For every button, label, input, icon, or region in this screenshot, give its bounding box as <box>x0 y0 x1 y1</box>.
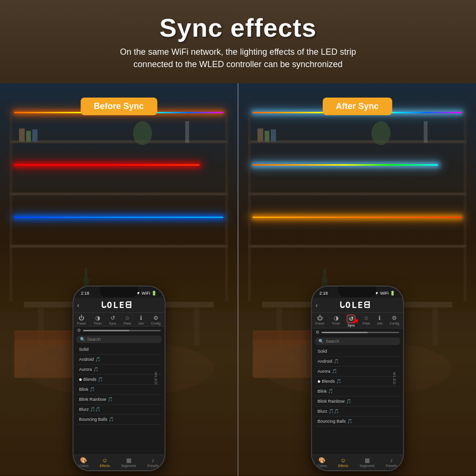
right-effect-blink[interactable]: Blink 🎵 <box>315 387 400 397</box>
right-tab-colors[interactable]: 🎨 Colors <box>317 457 327 467</box>
right-tab-presets[interactable]: ♪ Presets <box>386 457 397 467</box>
svg-rect-9 <box>225 112 228 302</box>
left-phone-screen: 2:18 ▲ ▼ WiFi 🔋 ‹ ᒐOLEᗺ ⏻ Power <box>73 287 164 470</box>
right-presets-icon: ♪ <box>390 457 393 464</box>
right-segments-icon: ▦ <box>365 457 370 464</box>
right-presets-label: Presets <box>386 464 397 467</box>
right-time: 2:18 <box>319 291 328 296</box>
right-effect-solid[interactable]: Solid <box>315 347 400 357</box>
right-nav-peek[interactable]: ☆ Peek <box>363 315 370 327</box>
right-segments-label: Segments <box>359 464 375 467</box>
svg-rect-21 <box>248 140 466 143</box>
left-nav-info[interactable]: ℹ Info <box>139 315 144 325</box>
right-nav-info[interactable]: ℹ Info <box>377 315 383 327</box>
right-back-arrow[interactable]: ‹ <box>316 301 318 309</box>
right-effect-blink-rainbow-name: Blink Rainbow 🎵 <box>317 399 397 404</box>
svg-rect-3 <box>19 129 25 142</box>
left-wled-label: WLED <box>154 372 158 385</box>
left-nav-timer[interactable]: ◑ Timer <box>93 315 102 325</box>
left-nav-power[interactable]: ⏻ Power <box>77 315 87 325</box>
right-panel: After Sync 2:18 ▲ ▼ WiFi 🔋 ‹ ᒐOLEᗺ <box>238 83 476 476</box>
right-power-icon: ⏻ <box>317 315 323 321</box>
left-slider-row: ⚙ <box>73 327 164 334</box>
right-nav-config[interactable]: ⚙ Config <box>389 315 399 327</box>
left-search-bar[interactable]: 🔍 Search <box>76 336 161 343</box>
right-nav-timer[interactable]: ◑ Timer <box>332 315 340 327</box>
left-gear-icon: ⚙ <box>77 328 81 333</box>
left-effect-solid[interactable]: Solid <box>76 345 161 355</box>
right-effects-list: Solid Android 🎵 Aurora 🎵 Blends 🎵 <box>312 347 403 426</box>
right-effect-aurora-name: Aurora 🎵 <box>317 369 397 374</box>
timer-icon: ◑ <box>95 315 100 321</box>
svg-rect-23 <box>248 245 466 248</box>
left-tab-segments[interactable]: ▦ Segments <box>121 457 136 467</box>
left-nav-config[interactable]: ⚙ Config <box>151 315 160 325</box>
right-effect-blink-name: Blink 🎵 <box>317 389 397 394</box>
svg-rect-15 <box>85 268 88 279</box>
left-effect-blurz[interactable]: Blurz 🎵🎵 <box>76 405 161 415</box>
right-phone: 2:18 ▲ ▼ WiFi 🔋 ‹ ᒐOLEᗺ ⏻ Power <box>311 286 404 471</box>
sync-icon: ↺ <box>110 315 115 321</box>
left-tab-presets[interactable]: ♪ Presets <box>147 457 159 467</box>
right-effect-blurz[interactable]: Blurz 🎵🎵 <box>315 407 400 416</box>
svg-point-6 <box>133 121 152 145</box>
left-effects-icon: ☺ <box>102 457 108 464</box>
left-effect-blink-rainbow[interactable]: Blink Rainbow 🎵 <box>76 395 161 405</box>
right-phone-screen: 2:18 ▲ ▼ WiFi 🔋 ‹ ᒐOLEᗺ ⏻ Power <box>312 287 403 470</box>
left-tab-effects[interactable]: ☺ Effects <box>100 457 110 467</box>
right-power-label: Power <box>315 322 325 325</box>
left-search-icon: 🔍 <box>80 337 85 342</box>
left-effect-android[interactable]: Android 🎵 <box>76 355 161 365</box>
left-nav-peek[interactable]: ☆ Peek <box>124 315 131 325</box>
svg-rect-30 <box>464 112 466 302</box>
left-effect-blends[interactable]: Blends 🎵 <box>76 375 161 385</box>
right-effect-solid-name: Solid <box>317 349 397 354</box>
left-app-header: ‹ ᒐOLEᗺ <box>73 298 164 313</box>
svg-rect-29 <box>248 112 251 302</box>
right-slider-fill <box>321 332 368 333</box>
right-effect-android[interactable]: Android 🎵 <box>315 357 400 367</box>
info-label: Info <box>139 322 144 325</box>
peek-icon: ☆ <box>125 315 130 321</box>
left-effect-blink[interactable]: Blink 🎵 <box>76 385 161 395</box>
svg-rect-5 <box>32 129 38 142</box>
right-effect-aurora[interactable]: Aurora 🎵 <box>315 367 400 377</box>
right-nav-power[interactable]: ⏻ Power <box>315 315 325 327</box>
svg-rect-13 <box>194 307 199 346</box>
left-slider-track[interactable] <box>83 330 160 331</box>
right-effect-blends-dot <box>317 380 320 383</box>
left-back-arrow[interactable]: ‹ <box>77 301 79 309</box>
left-nav-sync[interactable]: ↺ Sync <box>109 315 117 325</box>
main-container: Sync effects On the same WiFi network, t… <box>0 0 476 476</box>
left-effect-bouncing[interactable]: Bouncing Balls 🎵 <box>76 415 161 425</box>
right-tab-effects[interactable]: ☺ Effects <box>338 457 348 467</box>
right-slider-track[interactable] <box>321 332 399 333</box>
right-effect-bouncing[interactable]: Bouncing Balls 🎵 <box>315 416 400 426</box>
svg-rect-34 <box>432 307 438 346</box>
right-effect-blends[interactable]: Blends 🎵 <box>315 377 400 387</box>
left-effect-android-name: Android 🎵 <box>79 357 159 362</box>
power-icon: ⏻ <box>79 315 84 321</box>
left-effects-label: Effects <box>100 464 110 467</box>
right-app-logo: ᒐOLEᗺ <box>339 300 371 310</box>
right-effect-blends-name: Blends 🎵 <box>322 379 397 384</box>
right-search-text: Search <box>326 339 339 344</box>
right-timer-label: Timer <box>332 322 340 325</box>
right-timer-icon: ◑ <box>334 315 338 321</box>
right-tab-segments[interactable]: ▦ Segments <box>359 457 375 467</box>
right-effects-icon: ☺ <box>340 457 346 464</box>
right-slider-row: ⚙ <box>312 328 403 336</box>
left-tab-colors[interactable]: 🎨 Colors <box>79 457 89 467</box>
right-effect-blink-rainbow[interactable]: Blink Rainbow 🎵 <box>315 397 400 407</box>
left-effect-blink-name: Blink 🎵 <box>79 387 159 392</box>
config-label: Config <box>151 322 160 325</box>
left-effect-aurora[interactable]: Aurora 🎵 <box>76 365 161 375</box>
svg-rect-22 <box>248 193 466 196</box>
right-search-bar[interactable]: 🔍 Search <box>315 337 400 345</box>
left-phone-notch <box>100 287 138 297</box>
svg-rect-1 <box>10 193 228 196</box>
left-effect-aurora-name: Aurora 🎵 <box>79 367 159 372</box>
svg-rect-28 <box>424 121 427 143</box>
left-colors-label: Colors <box>79 464 89 467</box>
right-bottom-tabs: 🎨 Colors ☺ Effects ▦ Segments ♪ <box>312 455 403 470</box>
